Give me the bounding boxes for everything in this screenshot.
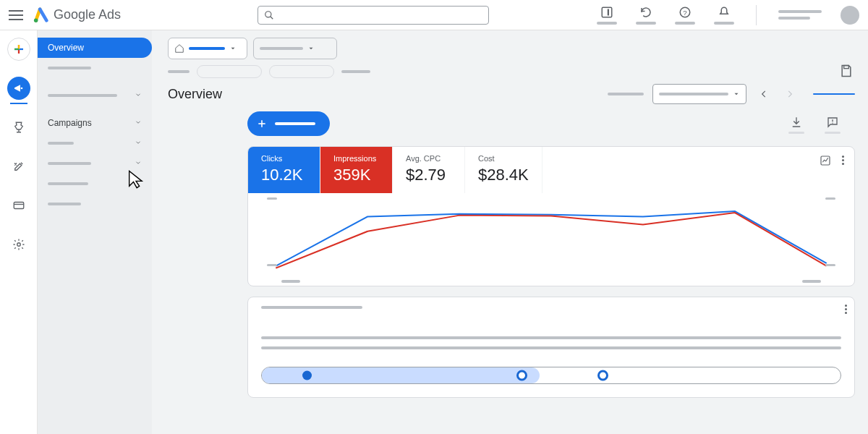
svg-point-11	[20, 88, 22, 90]
sidebar-item-label: Overview	[48, 43, 84, 53]
home-icon	[174, 43, 184, 54]
plus-icon	[256, 118, 268, 129]
filter-chip[interactable]	[269, 65, 334, 78]
product-name: Google Ads	[54, 7, 121, 22]
help-icon[interactable]: ?	[675, 6, 695, 25]
timeline-marker[interactable]	[597, 370, 608, 381]
card-menu-icon[interactable]	[845, 303, 847, 315]
svg-point-0	[34, 18, 38, 22]
svg-point-19	[832, 122, 833, 123]
page-title: Overview	[168, 87, 222, 102]
download-icon[interactable]	[788, 116, 804, 134]
sidebar-item-campaigns[interactable]: Campaigns	[38, 113, 152, 133]
rail-campaigns-icon[interactable]	[7, 77, 30, 100]
avatar[interactable]	[841, 6, 859, 25]
sidebar-item[interactable]	[38, 194, 152, 214]
svg-rect-3	[602, 7, 612, 17]
sidebar-item-overview[interactable]: Overview	[38, 38, 152, 58]
plus-icon	[12, 43, 25, 56]
app-header: Google Ads ?	[0, 0, 868, 30]
sidebar-item-label: Campaigns	[48, 118, 92, 128]
date-range-select[interactable]	[652, 84, 746, 104]
card-menu-icon[interactable]	[842, 154, 844, 193]
header-actions: ?	[597, 5, 859, 25]
search-input[interactable]	[258, 6, 489, 25]
optimization-track[interactable]	[261, 367, 841, 384]
date-next-button	[781, 85, 799, 103]
chevron-down-icon	[135, 119, 142, 126]
sidebar-item[interactable]	[38, 153, 152, 174]
notifications-icon[interactable]	[714, 6, 734, 25]
active-date-indicator	[813, 93, 855, 95]
new-campaign-button[interactable]	[247, 111, 330, 136]
metric-impressions[interactable]: Impressions 359K	[320, 147, 393, 193]
hamburger-menu-icon[interactable]	[9, 8, 23, 22]
reports-icon[interactable]	[597, 6, 617, 25]
rail-billing-icon[interactable]	[7, 194, 30, 217]
rail-settings-icon[interactable]	[7, 233, 30, 256]
timeline-marker[interactable]	[302, 371, 312, 380]
expand-chart-icon[interactable]	[819, 154, 832, 167]
chevron-down-icon	[135, 139, 142, 146]
filter-chip[interactable]	[197, 65, 262, 78]
chevron-down-icon	[135, 91, 142, 98]
create-button[interactable]	[7, 38, 30, 61]
svg-line-2	[271, 16, 273, 19]
campaign-scope-select[interactable]	[253, 38, 337, 59]
account-scope-select[interactable]	[168, 38, 247, 59]
nav-rail	[0, 30, 38, 434]
sidebar-item[interactable]	[38, 174, 152, 194]
caret-down-icon	[229, 45, 237, 52]
svg-point-14	[17, 243, 20, 247]
svg-point-1	[265, 11, 271, 17]
caret-down-icon	[307, 45, 315, 52]
metric-cost[interactable]: Cost $28.4K	[465, 147, 542, 193]
sidebar-item[interactable]	[38, 133, 152, 153]
sidebar-item[interactable]	[38, 85, 152, 106]
product-logo[interactable]: Google Ads	[33, 7, 121, 23]
account-switcher[interactable]	[778, 10, 822, 20]
timeline-marker[interactable]	[516, 370, 527, 381]
svg-rect-12	[14, 203, 24, 209]
filter-chips	[168, 65, 855, 78]
performance-card: Clicks 10.2K Impressions 359K Avg. CPC $…	[247, 146, 855, 286]
refresh-icon[interactable]	[636, 6, 656, 25]
google-ads-logo-icon	[33, 7, 49, 23]
metric-clicks[interactable]: Clicks 10.2K	[248, 147, 320, 193]
metric-avg-cpc[interactable]: Avg. CPC $2.79	[393, 147, 465, 193]
performance-chart	[248, 193, 854, 286]
rail-tools-icon[interactable]	[7, 155, 30, 178]
date-prev-button[interactable]	[755, 85, 773, 103]
sidebar-item[interactable]	[38, 58, 152, 78]
rail-goals-icon[interactable]	[7, 116, 30, 139]
caret-down-icon	[733, 90, 740, 98]
svg-rect-4	[608, 9, 609, 15]
chevron-down-icon	[135, 159, 142, 166]
search-icon	[264, 10, 274, 20]
svg-rect-15	[844, 66, 849, 69]
svg-text:?: ?	[683, 8, 687, 16]
side-panel: Overview Campaigns	[38, 30, 152, 434]
feedback-icon[interactable]	[825, 116, 841, 134]
main-content: Overview Cl	[152, 30, 868, 434]
recommendations-card	[247, 297, 855, 398]
save-view-icon[interactable]	[839, 64, 855, 80]
